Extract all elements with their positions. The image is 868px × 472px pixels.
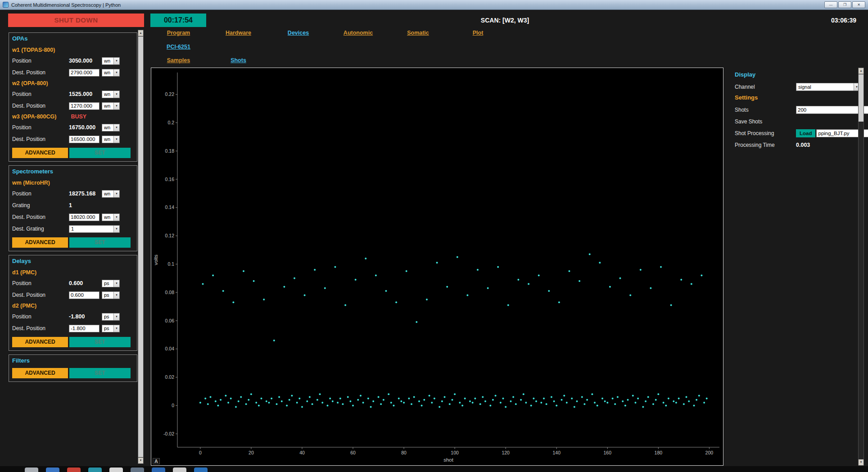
scatter-point — [230, 398, 232, 399]
scroll-up-icon[interactable]: ▲ — [138, 30, 143, 36]
channel-row: Channel signal ▼ — [735, 81, 860, 93]
taskbar-item-app-9[interactable] — [194, 467, 208, 472]
auto-range-button[interactable]: A — [153, 458, 160, 464]
taskbar-item-app-1[interactable] — [25, 467, 38, 472]
minimize-button[interactable]: — — [824, 1, 837, 8]
scatter-point — [601, 398, 603, 399]
scatter-point — [484, 400, 486, 402]
units-select[interactable]: wn▼ — [102, 136, 120, 143]
taskbar-item-app-5[interactable] — [109, 467, 123, 472]
taskbar-item-app-8[interactable] — [173, 467, 186, 472]
units-select[interactable]: ps▼ — [102, 325, 120, 332]
taskbar-item-app-7[interactable] — [152, 467, 165, 472]
units-select[interactable]: wn▼ — [102, 57, 120, 65]
scroll-down-icon[interactable]: ▼ — [138, 458, 143, 463]
units-select[interactable]: ps▼ — [102, 280, 120, 287]
tab-devices[interactable]: Devices — [268, 30, 328, 39]
channel-select[interactable]: signal ▼ — [796, 83, 860, 91]
shots-input[interactable] — [796, 106, 868, 114]
panel-buttons: ADVANCEDSET — [12, 368, 134, 378]
scatter-point — [642, 406, 644, 408]
position-readout: 1 — [69, 202, 99, 209]
units-select[interactable]: wn▼ — [102, 190, 120, 198]
taskbar-item-app-3[interactable] — [67, 467, 81, 472]
taskbar-item-app-6[interactable] — [131, 467, 144, 472]
tab-somatic[interactable]: Somatic — [388, 30, 448, 39]
scatter-point — [202, 283, 204, 285]
field-label: Position — [12, 91, 69, 97]
scroll-up-icon[interactable]: ▲ — [859, 68, 863, 74]
right-scrollbar-track[interactable] — [859, 74, 863, 459]
units-select[interactable]: wn▼ — [102, 91, 120, 98]
destination-input[interactable] — [69, 213, 99, 221]
scatter-point — [235, 406, 237, 408]
destination-input[interactable] — [69, 291, 99, 299]
grating-select[interactable]: 1▼ — [69, 225, 120, 233]
tab-autonomic[interactable]: Autonomic — [328, 30, 388, 39]
sidebar-scrollbar-thumb[interactable] — [138, 36, 143, 457]
scatter-point — [413, 396, 415, 398]
field-row: Dest. Positionwn▼ — [12, 133, 134, 145]
set-button[interactable]: SET — [69, 368, 131, 378]
set-button[interactable]: SET — [69, 337, 131, 347]
scatter-point — [357, 399, 359, 401]
scatter-point — [421, 404, 423, 406]
tab-shots[interactable]: Shots — [208, 57, 268, 66]
sidebar-scrollbar[interactable]: ▲ ▼ — [138, 30, 144, 464]
tab-samples[interactable]: Samples — [149, 57, 208, 66]
position-readout: 1525.000 — [69, 91, 99, 97]
units-select[interactable]: wn▼ — [102, 69, 120, 77]
scatter-point — [579, 280, 580, 282]
panel-buttons: ADVANCEDSET — [12, 148, 134, 158]
taskbar-item-app-2[interactable] — [46, 467, 59, 472]
units-select[interactable]: wn▼ — [102, 102, 120, 110]
taskbar-item-app-4[interactable] — [88, 467, 102, 472]
scatter-point — [464, 398, 466, 399]
right-scrollbar-thumb[interactable] — [859, 74, 863, 122]
destination-input[interactable] — [69, 102, 99, 110]
field-row: Dest. Positionps▼ — [12, 289, 134, 301]
scroll-down-icon[interactable]: ▼ — [859, 459, 863, 465]
y-tick-label: 0.1 — [167, 261, 174, 267]
right-scrollbar[interactable]: ▲ ▼ — [858, 68, 864, 466]
tab-hardware[interactable]: Hardware — [208, 30, 268, 39]
advanced-button[interactable]: ADVANCED — [12, 337, 68, 347]
maximize-button[interactable]: ❐ — [838, 1, 851, 8]
y-tick-label: 0.08 — [165, 290, 175, 295]
scatter-point — [673, 400, 674, 402]
scatter-point — [591, 393, 593, 395]
tab-program[interactable]: Program — [149, 30, 208, 39]
scatter-point — [276, 403, 278, 405]
advanced-button[interactable]: ADVANCED — [12, 148, 68, 158]
close-button[interactable]: ✕ — [852, 1, 865, 8]
shutdown-button[interactable]: SHUT DOWN — [8, 14, 144, 27]
load-button[interactable]: Load — [796, 129, 815, 137]
set-button[interactable]: SET — [69, 237, 131, 248]
destination-input[interactable] — [69, 325, 99, 332]
display-section-header: Display — [735, 70, 860, 81]
scatter-point — [655, 399, 657, 401]
scatter-point — [523, 393, 524, 395]
set-button[interactable]: SET — [69, 148, 131, 158]
position-readout: 0.600 — [69, 280, 99, 286]
scatter-point — [637, 398, 639, 399]
tab-plot[interactable]: Plot — [448, 30, 508, 39]
destination-input[interactable] — [69, 136, 99, 143]
scatter-point — [411, 403, 412, 405]
scatter-point — [362, 402, 364, 404]
advanced-button[interactable]: ADVANCED — [12, 237, 68, 248]
scatter-point — [500, 402, 502, 404]
scatter-point — [571, 398, 573, 399]
scatter-point — [337, 402, 339, 404]
units-select[interactable]: ps▼ — [102, 291, 120, 299]
units-select[interactable]: wn▼ — [102, 213, 120, 221]
tab-pci-6251[interactable]: PCI-6251 — [149, 44, 208, 53]
field-label: Grating — [12, 202, 69, 209]
destination-input[interactable] — [69, 69, 99, 77]
combo-value: 1 — [71, 226, 119, 231]
units-select[interactable]: wn▼ — [102, 124, 120, 132]
field-row: Position3050.000wn▼ — [12, 55, 134, 67]
units-select[interactable]: ps▼ — [102, 313, 120, 321]
advanced-button[interactable]: ADVANCED — [12, 368, 68, 378]
hardware-name: d2 (PMC) — [12, 301, 134, 311]
